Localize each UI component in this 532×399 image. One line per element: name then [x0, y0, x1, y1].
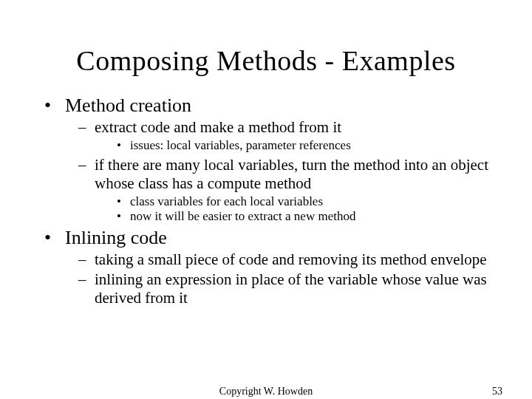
list-item: – if there are many local variables, tur…	[37, 156, 495, 224]
list-item-label: if there are many local variables, turn …	[95, 156, 495, 193]
list-item-label: now it will be easier to extract a new m…	[130, 209, 355, 224]
bullet-list: • Method creation – extract code and mak…	[37, 95, 495, 307]
list-item-label: taking a small piece of code and removin…	[95, 250, 487, 269]
bullet-icon: •	[117, 209, 130, 224]
list-item-label: Method creation	[65, 95, 191, 117]
slide: Composing Methods - Examples • Method cr…	[0, 0, 532, 399]
page-number: 53	[492, 386, 502, 398]
dash-icon: –	[78, 156, 95, 174]
bullet-icon: •	[44, 227, 65, 249]
bullet-icon: •	[117, 138, 130, 153]
list-item: – inlining an expression in place of the…	[37, 270, 495, 307]
list-item-label: extract code and make a method from it	[95, 118, 341, 137]
list-item-label: issues: local variables, parameter refer…	[130, 138, 351, 153]
list-item: • issues: local variables, parameter ref…	[37, 138, 495, 153]
list-item: • Method creation – extract code and mak…	[37, 95, 495, 224]
dash-icon: –	[78, 250, 95, 269]
bullet-icon: •	[44, 95, 65, 117]
list-item-label: Inlining code	[65, 227, 167, 249]
slide-title: Composing Methods - Examples	[37, 44, 495, 77]
bullet-icon: •	[117, 194, 130, 209]
list-item: – taking a small piece of code and remov…	[37, 250, 495, 269]
list-item-label: class variables for each local variables	[130, 194, 323, 209]
list-item-label: inlining an expression in place of the v…	[95, 270, 495, 307]
list-item: • class variables for each local variabl…	[37, 194, 495, 209]
dash-icon: –	[78, 118, 95, 137]
list-item: • Inlining code – taking a small piece o…	[37, 227, 495, 307]
dash-icon: –	[78, 270, 95, 289]
list-item: – extract code and make a method from it…	[37, 118, 495, 153]
copyright-label: Copyright W. Howden	[219, 386, 313, 398]
list-item: • now it will be easier to extract a new…	[37, 209, 495, 224]
